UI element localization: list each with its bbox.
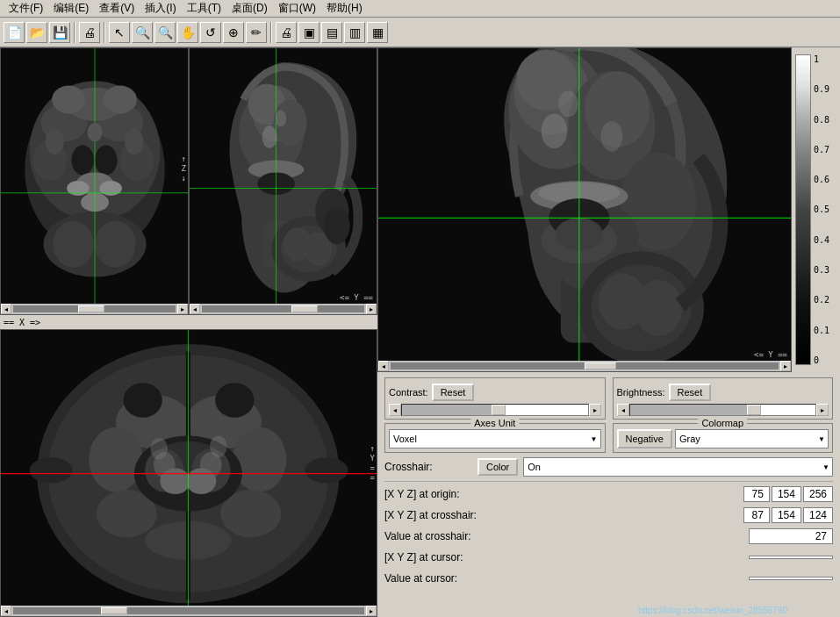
scroll-track-h [13,305,176,312]
svg-point-17 [53,221,94,268]
brush-button[interactable]: ✏ [246,22,267,43]
svg-point-18 [95,221,136,268]
menu-window[interactable]: 窗口(W) [273,1,321,16]
crosshair-x: 87 [743,507,770,523]
scroll-left-btn[interactable]: ◂ [1,304,11,314]
print2-button[interactable]: 🖨 [276,22,297,43]
menu-file[interactable]: 文件(F) [4,1,48,16]
crosshair-z: 124 [803,507,833,523]
cursor-button[interactable]: ↖ [109,22,130,43]
coronal-scrollbar-h[interactable]: ◂ ▸ [1,304,188,314]
contrast-slider-track[interactable] [401,404,589,416]
cb-label-2: 0.9 [814,84,829,94]
axes-unit-group: Axes Unit Voxel mm normalized ▼ [384,423,606,453]
sagittal-view[interactable]: <= Y == ◂ ▸ [189,47,377,315]
brightness-slider-fill [630,405,750,415]
axial-scroll-right[interactable]: ▸ [366,606,377,616]
crosshair-color-btn[interactable]: Color [477,458,518,476]
lg-scroll-track [391,362,779,369]
sag-scroll-thumb[interactable] [291,305,318,312]
separator-3 [270,22,272,43]
contrast-reset-btn[interactable]: Reset [432,384,475,401]
toggle3-button[interactable]: ▥ [344,22,365,43]
sagittal-brain-svg [190,48,377,314]
x-axis-bar: == X => [0,315,377,329]
brightness-slider-track[interactable] [629,404,817,416]
colorbar-panel: 1 0.9 0.8 0.7 0.6 0.5 0.4 0.3 0.2 0.1 0 [792,47,840,372]
sagittal-large-svg [378,48,791,371]
negative-button[interactable]: Negative [617,429,672,448]
print-button[interactable]: 🖨 [79,22,100,43]
scroll-right-btn[interactable]: ▸ [177,304,188,314]
sagittal-large-view[interactable]: <= Y == ◂ ▸ [377,47,792,372]
zoom-out-button[interactable]: 🔍 [154,22,176,43]
axial-scroll-left[interactable]: ◂ [1,606,11,616]
zoom-in-button[interactable]: 🔍 [132,22,153,43]
crosshair-label: Crosshair: [384,461,472,473]
cb-label-9: 0.2 [814,295,829,305]
toggle1-button[interactable]: ▣ [298,22,319,43]
svg-point-8 [52,86,85,114]
colormap-select-wrapper: Gray Hot Jet ▼ [675,429,829,448]
origin-label: [X Y Z] at origin: [384,488,521,500]
origin-y: 154 [772,486,801,502]
contrast-dec-btn[interactable]: ◂ [389,404,401,416]
new-button[interactable]: 📄 [4,22,25,43]
svg-point-91 [558,91,578,118]
brightness-slider-thumb[interactable] [747,405,761,415]
axial-brain-svg [1,330,377,616]
crosshair-coords-label: [X Y Z] at crosshair: [384,509,521,521]
menu-desktop[interactable]: 桌面(D) [226,1,273,16]
save-button[interactable]: 💾 [49,22,70,43]
svg-point-47 [89,427,143,492]
pan-button[interactable]: ✋ [177,22,198,43]
svg-point-13 [67,181,90,196]
open-button[interactable]: 📂 [26,22,47,43]
colormap-select[interactable]: Gray Hot Jet [675,429,829,448]
cursor-label: [X Y Z] at cursor: [384,551,521,563]
brightness-reset-btn[interactable]: Reset [669,384,712,401]
contrast-slider-thumb[interactable] [492,405,506,415]
crosshair-on-select-wrapper: On Off ▼ [523,457,833,477]
crosshair-on-select[interactable]: On Off [523,457,833,477]
svg-point-40 [262,126,277,148]
colormap-group: Colormap Negative Gray Hot Jet ▼ [613,423,834,453]
coronal-brain-svg [1,48,188,314]
sagittal-scrollbar-h[interactable]: ◂ ▸ [190,304,377,314]
axial-scrollbar-h[interactable]: ◂ ▸ [1,606,377,616]
brightness-inc-btn[interactable]: ▸ [816,404,829,416]
origin-x: 75 [743,486,770,502]
sag-scroll-right[interactable]: ▸ [366,304,377,314]
menu-insert[interactable]: 插入(I) [140,1,181,16]
svg-point-9 [104,86,137,114]
menu-tools[interactable]: 工具(T) [182,1,226,16]
coronal-view[interactable]: ↑Z↓ ◂ ▸ [0,47,189,315]
cursor-row: [X Y Z] at cursor: [384,547,833,568]
axial-scroll-thumb[interactable] [101,607,127,614]
lg-scroll-thumb[interactable] [585,362,616,369]
axes-unit-select[interactable]: Voxel mm normalized [389,429,601,448]
svg-point-14 [99,181,122,196]
large-sag-scrollbar[interactable]: ◂ ▸ [378,361,791,371]
contrast-inc-btn[interactable]: ▸ [589,404,601,416]
axial-view[interactable]: ↑Y== ◂ ▸ [0,329,377,617]
data-cursor-button[interactable]: ⊕ [223,22,244,43]
menu-edit[interactable]: 编辑(E) [48,1,94,16]
scroll-thumb-h[interactable] [78,305,104,312]
toggle2-button[interactable]: ▤ [321,22,342,43]
brightness-dec-btn[interactable]: ◂ [617,404,629,416]
crosshair-y: 154 [772,507,801,523]
sag-scroll-track [202,305,364,312]
toggle4-button[interactable]: ▦ [367,22,388,43]
lg-scroll-right[interactable]: ▸ [780,361,791,371]
colorbar-labels: 1 0.9 0.8 0.7 0.6 0.5 0.4 0.3 0.2 0.1 0 [814,54,829,365]
menu-help[interactable]: 帮助(H) [321,1,368,16]
menu-view[interactable]: 查看(V) [94,1,140,16]
cursor-values-box [749,556,833,559]
rotate-button[interactable]: ↺ [200,22,221,43]
lg-scroll-left[interactable]: ◂ [378,361,389,371]
svg-point-21 [46,128,64,154]
svg-point-62 [215,383,254,417]
sag-scroll-left[interactable]: ◂ [190,304,200,314]
axes-colormap-row: Axes Unit Voxel mm normalized ▼ Colormap [384,423,833,453]
